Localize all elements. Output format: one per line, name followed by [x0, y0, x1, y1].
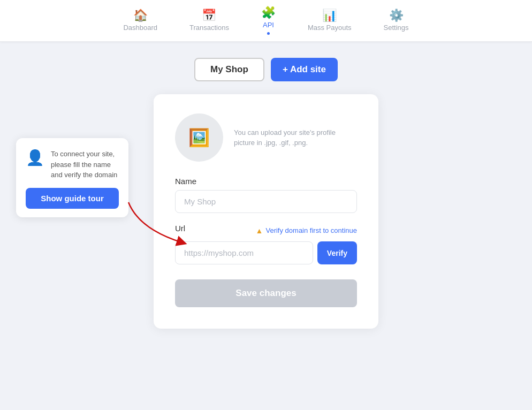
dashboard-icon: 🏠 [133, 10, 148, 21]
profile-section: 🖼️ You can upload your site's profile pi… [175, 113, 357, 162]
main-content: My Shop + Add site 🖼️ You can upload you… [0, 42, 532, 345]
mass-payouts-icon: 📊 [322, 10, 337, 21]
name-input[interactable] [175, 190, 357, 213]
avatar-upload-area[interactable]: 🖼️ [175, 113, 223, 162]
nav-settings[interactable]: ⚙️ Settings [384, 10, 409, 32]
api-icon: 🧩 [261, 7, 276, 19]
profile-hint-text: You can upload your site's profile pictu… [234, 127, 357, 148]
settings-icon: ⚙️ [389, 10, 404, 21]
image-placeholder-icon: 🖼️ [188, 127, 210, 148]
guide-card-top: 👤 To connect your site, please fill the … [26, 149, 119, 180]
my-shop-tab[interactable]: My Shop [194, 58, 264, 81]
save-changes-button[interactable]: Save changes [175, 279, 357, 307]
nav-api-label: API [263, 21, 274, 29]
show-guide-tour-button[interactable]: Show guide tour [26, 188, 119, 209]
nav-dashboard-label: Dashboard [123, 24, 157, 32]
nav-api[interactable]: 🧩 API [261, 7, 276, 35]
add-site-button[interactable]: + Add site [271, 58, 338, 81]
nav-settings-label: Settings [384, 24, 409, 32]
navbar: 🏠 Dashboard 📅 Transactions 🧩 API 📊 Mass … [0, 0, 532, 42]
verify-warning: ▲ Verify domain first to continue [256, 226, 357, 235]
nav-mass-payouts-label: Mass Payouts [308, 24, 352, 32]
warning-triangle-icon: ▲ [256, 226, 263, 235]
url-field-group: Url ▲ Verify domain first to continue Ve… [175, 224, 357, 264]
url-label-row: Url ▲ Verify domain first to continue [175, 224, 357, 237]
nav-mass-payouts[interactable]: 📊 Mass Payouts [308, 10, 352, 32]
verify-warning-text: Verify domain first to continue [265, 226, 357, 234]
guide-card: 👤 To connect your site, please fill the … [16, 138, 128, 217]
transactions-icon: 📅 [202, 10, 216, 21]
nav-transactions-label: Transactions [189, 24, 229, 32]
nav-dashboard[interactable]: 🏠 Dashboard [123, 10, 157, 32]
nav-transactions[interactable]: 📅 Transactions [189, 10, 229, 32]
url-label: Url [175, 224, 185, 233]
url-input-row: Verify [175, 241, 357, 264]
guide-person-icon: 👤 [26, 149, 44, 180]
name-label: Name [175, 177, 357, 186]
url-input[interactable] [175, 241, 313, 264]
verify-button[interactable]: Verify [317, 241, 357, 264]
guide-card-text: To connect your site, please fill the na… [51, 149, 119, 180]
name-field-group: Name [175, 177, 357, 213]
tab-row: My Shop + Add site [194, 58, 338, 81]
active-indicator [267, 32, 270, 35]
site-card: 🖼️ You can upload your site's profile pi… [154, 94, 378, 329]
